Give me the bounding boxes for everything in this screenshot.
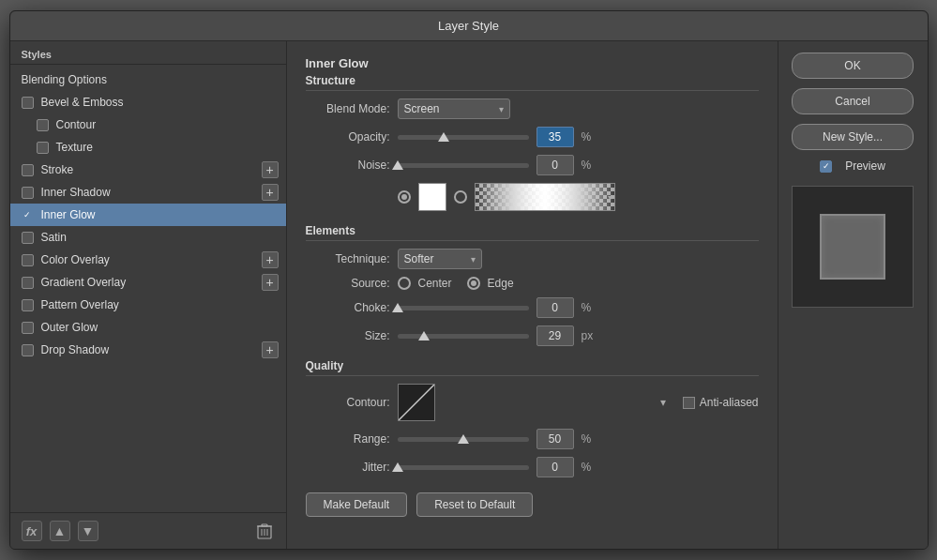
opacity-thumb[interactable] xyxy=(438,132,449,142)
down-button[interactable]: ▼ xyxy=(78,521,98,541)
range-input[interactable] xyxy=(537,429,574,449)
sidebar-item-satin[interactable]: Satin xyxy=(10,226,286,249)
texture-checkbox[interactable] xyxy=(37,142,49,154)
stroke-add-button[interactable]: + xyxy=(262,161,279,178)
color-swatch[interactable] xyxy=(418,183,446,211)
gradient-overlay-add-button[interactable]: + xyxy=(262,274,279,291)
blend-mode-value: Screen xyxy=(404,102,440,115)
bevel-emboss-label: Bevel & Emboss xyxy=(41,96,124,109)
size-unit: px xyxy=(582,329,600,342)
noise-slider[interactable] xyxy=(398,163,529,168)
jitter-thumb[interactable] xyxy=(392,462,403,472)
range-label: Range: xyxy=(306,432,390,446)
range-thumb[interactable] xyxy=(458,434,469,444)
noise-input[interactable] xyxy=(537,155,574,175)
choke-input[interactable] xyxy=(537,297,574,318)
stroke-checkbox[interactable] xyxy=(22,164,34,176)
technique-dropdown-icon: ▾ xyxy=(471,254,476,265)
up-button[interactable]: ▲ xyxy=(50,521,70,541)
blend-mode-select[interactable]: Screen ▾ xyxy=(398,98,510,119)
anti-alias-row: Anti-aliased xyxy=(683,396,759,409)
outer-glow-label: Outer Glow xyxy=(41,321,98,334)
gradient-overlay-checkbox[interactable] xyxy=(22,277,34,289)
choke-unit: % xyxy=(582,301,600,314)
size-slider[interactable] xyxy=(398,334,529,339)
size-input[interactable] xyxy=(537,325,574,346)
noise-thumb[interactable] xyxy=(392,160,403,170)
sidebar-item-texture[interactable]: Texture xyxy=(10,136,286,159)
color-row: ▾ xyxy=(306,183,759,211)
sidebar-item-stroke[interactable]: Stroke + xyxy=(10,159,286,181)
technique-row: Technique: Softer ▾ xyxy=(306,249,759,269)
preview-square xyxy=(820,214,885,280)
range-slider[interactable] xyxy=(398,437,529,442)
noise-unit: % xyxy=(582,159,600,172)
sidebar-item-outer-glow[interactable]: Outer Glow xyxy=(10,316,286,339)
source-center-radio[interactable] xyxy=(398,277,411,290)
sidebar-item-drop-shadow[interactable]: Drop Shadow + xyxy=(10,339,286,361)
anti-alias-checkbox[interactable] xyxy=(683,397,695,409)
color-overlay-label: Color Overlay xyxy=(41,253,110,266)
outer-glow-checkbox[interactable] xyxy=(22,322,34,334)
sidebar-item-contour[interactable]: Contour xyxy=(10,114,286,136)
inner-glow-checkbox[interactable] xyxy=(22,209,34,221)
gradient-radio[interactable] xyxy=(454,190,467,204)
technique-select[interactable]: Softer ▾ xyxy=(398,249,482,269)
satin-label: Satin xyxy=(41,231,67,244)
choke-slider[interactable] xyxy=(398,306,529,310)
drop-shadow-checkbox[interactable] xyxy=(22,344,34,356)
blend-mode-row: Blend Mode: Screen ▾ xyxy=(306,98,759,119)
delete-style-button[interactable] xyxy=(254,521,275,541)
preview-checkbox[interactable] xyxy=(820,160,832,173)
size-label: Size: xyxy=(306,329,390,342)
color-overlay-add-button[interactable]: + xyxy=(262,251,279,268)
satin-checkbox[interactable] xyxy=(22,232,34,244)
jitter-input[interactable] xyxy=(537,457,574,477)
make-default-button[interactable]: Make Default xyxy=(306,492,408,517)
sidebar-item-inner-shadow[interactable]: Inner Shadow + xyxy=(10,181,286,204)
opacity-input[interactable] xyxy=(537,127,574,147)
source-edge-radio[interactable] xyxy=(467,277,480,290)
sidebar-item-gradient-overlay[interactable]: Gradient Overlay + xyxy=(10,271,286,294)
color-radio[interactable] xyxy=(398,190,411,204)
sidebar-item-pattern-overlay[interactable]: Pattern Overlay xyxy=(10,294,286,316)
contour-checkbox[interactable] xyxy=(37,119,49,131)
contour-selector[interactable] xyxy=(398,384,435,421)
noise-row: Noise: % xyxy=(306,155,759,175)
contour-label: Contour xyxy=(56,118,97,131)
pattern-overlay-label: Pattern Overlay xyxy=(41,298,119,311)
choke-row: Choke: % xyxy=(306,297,759,318)
drop-shadow-add-button[interactable]: + xyxy=(262,341,279,358)
technique-label: Technique: xyxy=(306,252,390,265)
contour-dropdown-icon[interactable]: ▾ xyxy=(660,396,666,409)
gradient-swatch[interactable]: ▾ xyxy=(475,183,615,211)
sidebar-item-inner-glow[interactable]: Inner Glow xyxy=(10,204,286,226)
bevel-emboss-checkbox[interactable] xyxy=(22,97,34,109)
source-center-label: Center xyxy=(418,277,452,290)
new-style-button[interactable]: New Style... xyxy=(792,124,914,150)
fx-button[interactable]: fx xyxy=(22,521,42,541)
quality-title: Quality xyxy=(306,359,759,376)
choke-thumb[interactable] xyxy=(392,303,403,312)
inner-shadow-checkbox[interactable] xyxy=(22,187,34,199)
left-footer: fx ▲ ▼ xyxy=(10,512,286,549)
jitter-slider[interactable] xyxy=(398,465,529,470)
elements-title: Elements xyxy=(306,224,759,241)
blending-options-item[interactable]: Blending Options xyxy=(10,68,286,91)
sidebar-item-color-overlay[interactable]: Color Overlay + xyxy=(10,249,286,271)
reset-default-button[interactable]: Reset to Default xyxy=(416,492,533,517)
source-label: Source: xyxy=(306,277,390,290)
inner-glow-label: Inner Glow xyxy=(41,208,96,221)
size-thumb[interactable] xyxy=(418,331,430,341)
opacity-slider[interactable] xyxy=(398,135,529,140)
inner-shadow-add-button[interactable]: + xyxy=(262,184,279,201)
color-overlay-checkbox[interactable] xyxy=(22,254,34,266)
pattern-overlay-checkbox[interactable] xyxy=(22,299,34,311)
sidebar-item-bevel-emboss[interactable]: Bevel & Emboss xyxy=(10,91,286,114)
left-panel: Styles Blending Options Bevel & Emboss C… xyxy=(10,41,287,549)
layer-style-dialog: Layer Style Styles Blending Options Beve… xyxy=(9,10,929,550)
cancel-button[interactable]: Cancel xyxy=(792,88,914,114)
ok-button[interactable]: OK xyxy=(792,53,914,79)
dialog-body: Styles Blending Options Bevel & Emboss C… xyxy=(10,41,928,549)
right-panel: OK Cancel New Style... Preview xyxy=(778,41,928,549)
